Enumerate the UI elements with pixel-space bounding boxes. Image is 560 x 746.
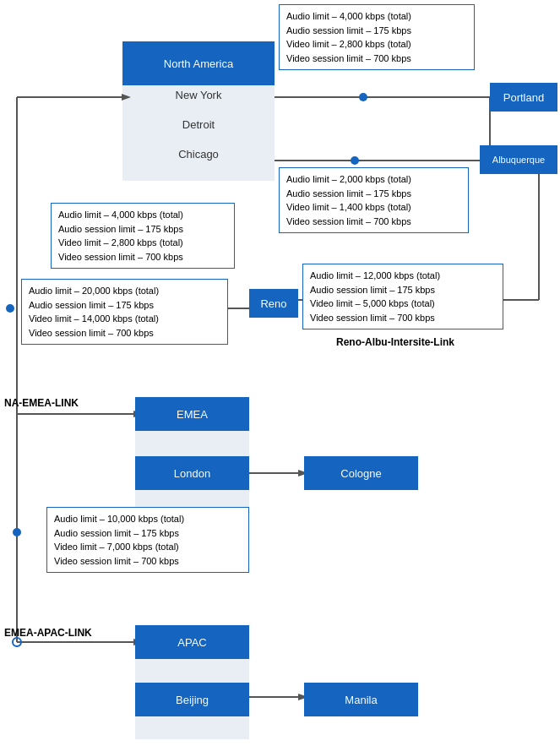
na-emea-link-label: NA-EMEA-LINK bbox=[4, 397, 79, 409]
info-top-right: Audio limit – 4,000 kbps (total) Audio s… bbox=[279, 4, 475, 70]
manila-box: Manila bbox=[304, 683, 418, 716]
albuquerque-box: Albuquerque bbox=[480, 145, 557, 174]
north-america-box: North America bbox=[122, 41, 275, 85]
info-chicago-right: Audio limit – 2,000 kbps (total) Audio s… bbox=[279, 167, 469, 233]
city-new-york: New York bbox=[122, 89, 275, 101]
london-box: London bbox=[135, 456, 249, 490]
emea-box: EMEA bbox=[135, 397, 249, 431]
beijing-box: Beijing bbox=[135, 683, 249, 716]
cologne-box: Cologne bbox=[304, 456, 418, 490]
reno-albu-link-label: Reno-Albu-Intersite-Link bbox=[336, 336, 454, 348]
portland-box: Portland bbox=[490, 83, 557, 112]
svg-point-6 bbox=[351, 156, 359, 165]
city-detroit: Detroit bbox=[122, 118, 275, 131]
svg-point-26 bbox=[13, 528, 21, 536]
info-na-left-upper: Audio limit – 4,000 kbps (total) Audio s… bbox=[51, 203, 235, 269]
reno-box: Reno bbox=[249, 289, 298, 318]
svg-point-10 bbox=[6, 304, 14, 313]
info-reno-right: Audio limit – 12,000 kbps (total) Audio … bbox=[302, 264, 503, 329]
apac-box: APAC bbox=[135, 625, 249, 659]
svg-point-27 bbox=[13, 638, 21, 646]
emea-apac-link-label: EMEA-APAC-LINK bbox=[4, 627, 92, 639]
svg-point-4 bbox=[359, 93, 367, 101]
city-chicago: Chicago bbox=[122, 148, 275, 161]
diagram: North America New York Detroit Chicago P… bbox=[0, 0, 560, 746]
info-emea-left: Audio limit – 10,000 kbps (total) Audio … bbox=[46, 507, 249, 573]
info-na-left-lower: Audio limit – 20,000 kbps (total) Audio … bbox=[21, 279, 228, 345]
